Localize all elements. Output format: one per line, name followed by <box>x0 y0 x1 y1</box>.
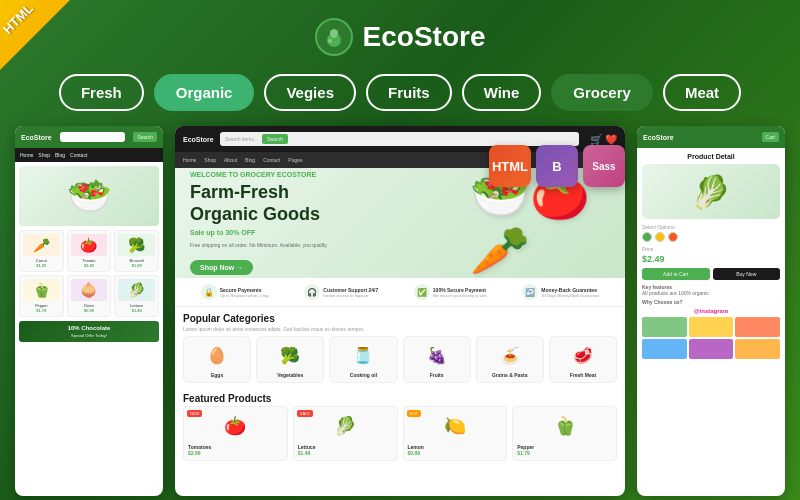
trust-payment-sub: We ensure your money is safe <box>433 293 487 298</box>
category-eggs[interactable]: 🥚 Eggs <box>183 336 251 383</box>
left-veg-image: 🥗 <box>19 166 159 226</box>
left-nav-blog[interactable]: Blog <box>55 152 65 158</box>
left-product-1: 🥕 Carrot $1.29 <box>19 230 64 272</box>
center-nav-pages[interactable]: Pages <box>288 157 302 163</box>
featured-product-4[interactable]: 🫑 Pepper $1.79 <box>512 406 617 461</box>
left-nav-home[interactable]: Home <box>20 152 33 158</box>
money-back-icon: ↩️ <box>522 284 538 300</box>
category-fruits[interactable]: 🍇 Fruits <box>403 336 471 383</box>
insta-cell-1 <box>642 317 687 337</box>
category-vegetables[interactable]: 🥦 Vegetables <box>256 336 324 383</box>
vegetables-icon: 🥦 <box>261 341 319 369</box>
center-nav-home[interactable]: Home <box>183 157 196 163</box>
center-search-button[interactable]: Search <box>262 134 288 144</box>
color-options <box>642 232 780 242</box>
featured-product-1[interactable]: NEW 🍅 Tomatoes $2.99 <box>183 406 288 461</box>
hero-title: Farm-Fresh Organic Goods <box>190 182 470 225</box>
price-section: Price $2.49 <box>642 246 780 264</box>
nav-tag-meat[interactable]: Meat <box>663 74 741 111</box>
left-product-3: 🥦 Broccoli $1.99 <box>114 230 159 272</box>
trust-item-money-back: ↩️ Money-Back Guarantee 30 Days Money Ba… <box>522 284 599 300</box>
hero-subtitle: Sale up to 30% OFF <box>190 229 470 236</box>
nav-tag-organic[interactable]: Organic <box>154 74 255 111</box>
center-logo: EcoStore <box>183 136 214 143</box>
trust-bar: 🔒 Secure Payments Up to Respond within 1… <box>175 278 625 307</box>
insta-cell-5 <box>689 339 734 359</box>
hero-title-line1: Farm-Fresh <box>190 182 289 202</box>
featured-products-title: Featured Products <box>175 389 625 406</box>
featured-product-3[interactable]: HOT 🍋 Lemon $0.99 <box>403 406 508 461</box>
center-nav-blog[interactable]: Blog <box>245 157 255 163</box>
trust-support-sub: Instant access to Support <box>323 293 378 298</box>
right-panel: EcoStore Cart Product Detail 🥬 Select Op… <box>637 126 785 496</box>
nav-tag-wine[interactable]: Wine <box>462 74 542 111</box>
color-option-orange[interactable] <box>668 232 678 242</box>
insta-cell-4 <box>642 339 687 359</box>
left-panel-search-btn[interactable]: Search <box>133 132 157 142</box>
left-product-grid: 🥕 Carrot $1.29 🍅 Tomato $2.49 🥦 Broccoli… <box>19 230 159 317</box>
right-panel-logo: EcoStore <box>643 134 762 141</box>
hero-desc: Free shipping on all order. No Minimum. … <box>190 242 470 248</box>
left-nav-contact[interactable]: Contact <box>70 152 87 158</box>
meat-icon: 🥩 <box>554 341 612 369</box>
featured-product-2[interactable]: SALE 🥬 Lettuce $1.49 <box>293 406 398 461</box>
key-features-section: Key features All products are 100% organ… <box>642 284 780 296</box>
sass-badge-icon: Sass <box>583 145 625 187</box>
add-to-cart-button[interactable]: Add to Cart <box>642 268 710 280</box>
categories-grid: 🥚 Eggs 🥦 Vegetables 🫙 Cooking oil 🍇 Frui… <box>175 336 625 389</box>
bootstrap-badge-icon: B <box>536 145 578 187</box>
color-options-section: Select Options <box>642 224 780 242</box>
trust-secure-title: Secure Payments <box>220 287 269 293</box>
hero-image: 🥗🍅🥕 <box>470 178 610 268</box>
hero-shop-button[interactable]: Shop Now → <box>190 260 253 275</box>
grains-label: Grains & Pasta <box>481 372 539 378</box>
trust-payment-title: 100% Secure Payment <box>433 287 487 293</box>
instagram-grid <box>642 317 780 359</box>
featured-price-2: $1.49 <box>298 450 393 456</box>
left-ad-banner: 10% Chocolate Special Offer Today! <box>19 321 159 342</box>
featured-price-1: $2.99 <box>188 450 283 456</box>
product-price: $2.49 <box>642 254 780 264</box>
right-cart-button[interactable]: Cart <box>762 132 779 142</box>
fruits-label: Fruits <box>408 372 466 378</box>
nav-tag-grocery[interactable]: Grocery <box>551 74 653 111</box>
insta-cell-6 <box>735 339 780 359</box>
trust-money-title: Money-Back Guarantee <box>541 287 599 293</box>
trust-money-sub: 30 Days Money Back Guarantee <box>541 293 599 298</box>
secure-icon: 🔒 <box>201 284 217 300</box>
nav-tag-fresh[interactable]: Fresh <box>59 74 144 111</box>
center-search-placeholder: Search items... <box>225 136 258 142</box>
color-option-green[interactable] <box>642 232 652 242</box>
trust-item-secure: 🔒 Secure Payments Up to Respond within 1… <box>201 284 269 300</box>
hero-text: WELCOME TO GROCERY ECOSTORE Farm-Fresh O… <box>190 171 470 275</box>
logo-icon <box>315 18 353 56</box>
color-option-yellow[interactable] <box>655 232 665 242</box>
center-nav-shop[interactable]: Shop <box>204 157 216 163</box>
cooking-oil-label: Cooking oil <box>334 372 392 378</box>
featured-badge-2: SALE <box>297 410 313 417</box>
category-grains[interactable]: 🍝 Grains & Pasta <box>476 336 544 383</box>
nav-tag-vegies[interactable]: Vegies <box>264 74 356 111</box>
left-panel-search[interactable] <box>60 132 125 142</box>
logo-text: EcoStore <box>363 21 486 53</box>
center-nav-about[interactable]: About <box>224 157 237 163</box>
featured-badge-3: HOT <box>407 410 421 417</box>
category-cooking-oil[interactable]: 🫙 Cooking oil <box>329 336 397 383</box>
right-panel-body: Product Detail 🥬 Select Options Price $2… <box>637 148 785 364</box>
center-search-bar[interactable]: Search items... Search <box>220 132 579 146</box>
featured-price-4: $1.79 <box>517 450 612 456</box>
center-nav-contact[interactable]: Contact <box>263 157 280 163</box>
left-panel-body: 🥗 🥕 Carrot $1.29 🍅 Tomato $2.49 🥦 Brocco… <box>15 162 163 346</box>
category-meat[interactable]: 🥩 Fresh Meat <box>549 336 617 383</box>
hero-welcome: WELCOME TO GROCERY ECOSTORE <box>190 171 470 178</box>
nav-tag-fruits[interactable]: Fruits <box>366 74 452 111</box>
nav-tags: Fresh Organic Vegies Fruits Wine Grocery… <box>0 66 800 126</box>
instagram-title: @instagram <box>642 308 780 314</box>
support-icon: 🎧 <box>304 284 320 300</box>
trust-item-payment: ✅ 100% Secure Payment We ensure your mon… <box>414 284 487 300</box>
product-actions: Add to Cart Buy Now <box>642 268 780 280</box>
left-nav-shop[interactable]: Shop <box>38 152 50 158</box>
why-us-section: Why Choose us? <box>642 299 780 305</box>
buy-now-button[interactable]: Buy Now <box>713 268 781 280</box>
popular-categories-title: Popular Categories <box>175 307 625 326</box>
